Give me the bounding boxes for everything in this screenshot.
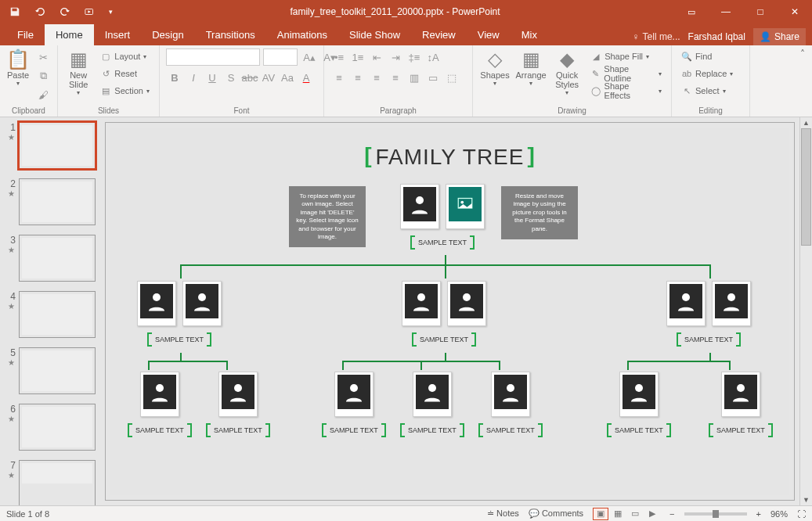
align-text-icon[interactable]: ▭ [424,69,442,86]
strikethrough-icon[interactable]: abc [241,69,258,86]
fit-to-window-icon[interactable]: ⛶ [797,509,806,519]
photo-placeholder[interactable] [218,372,258,417]
sample-text-label[interactable]: SAMPLE TEXT [478,423,543,437]
sample-text-label[interactable]: SAMPLE TEXT [147,332,211,347]
photo-placeholder[interactable] [666,281,706,326]
increase-indent-icon[interactable]: ⇥ [387,49,404,66]
start-from-beginning-icon[interactable] [80,2,100,21]
hint-box-right[interactable]: Resize and move image by using the pictu… [501,186,578,239]
thumbnail-1[interactable] [19,122,96,169]
find-button[interactable]: 🔍Find [678,49,736,64]
tab-view[interactable]: View [467,24,511,45]
font-family-dropdown[interactable] [166,49,260,66]
numbering-icon[interactable]: 1≡ [349,49,366,66]
photo-placeholder[interactable] [334,372,374,417]
bold-icon[interactable]: B [166,69,183,86]
close-icon[interactable]: ✕ [778,0,812,23]
tab-transitions[interactable]: Transitions [195,24,266,45]
thumbnail-7[interactable] [19,460,96,505]
thumbnail-4[interactable] [19,291,96,338]
sample-text-label[interactable]: SAMPLE TEXT [128,423,192,437]
normal-view-icon[interactable]: ▣ [593,508,608,520]
thumbnail-3[interactable] [19,235,96,282]
photo-placeholder[interactable] [721,372,760,417]
photo-placeholder[interactable] [137,281,176,326]
font-size-dropdown[interactable] [263,49,298,66]
maximize-icon[interactable]: □ [743,0,778,23]
tab-home[interactable]: Home [45,24,94,45]
slideshow-view-icon[interactable]: ▶ [644,508,660,520]
underline-icon[interactable]: U [204,69,221,86]
minimize-icon[interactable]: — [709,0,743,23]
hint-box-left[interactable]: To replace with your own image. Select i… [289,186,366,247]
section-button[interactable]: ▤Section ▾ [97,83,153,99]
sample-text-label[interactable]: SAMPLE TEXT [410,235,475,250]
new-slide-button[interactable]: ▦New Slide▾ [64,49,92,96]
arrange-button[interactable]: ▦Arrange▾ [515,49,547,87]
sample-text-label[interactable]: SAMPLE TEXT [206,423,270,437]
ribbon-display-icon[interactable]: ▭ [674,0,709,23]
zoom-in-icon[interactable]: + [756,509,761,519]
shape-outline-button[interactable]: ✎Shape Outline ▾ [587,66,665,81]
photo-placeholder[interactable] [447,281,486,326]
tab-mix[interactable]: Mix [511,24,548,45]
paste-button[interactable]: 📋Paste▾ [6,49,30,87]
tab-design[interactable]: Design [141,24,194,45]
sample-text-label[interactable]: SAMPLE TEXT [607,423,671,437]
sample-text-label[interactable]: SAMPLE TEXT [412,332,476,347]
copy-icon[interactable]: ⧉ [34,67,52,84]
share-button[interactable]: 👤Share [753,28,806,45]
thumbnail-6[interactable] [19,404,96,451]
qat-more-icon[interactable]: ▾ [105,2,116,21]
photo-placeholder[interactable] [182,281,222,326]
scroll-down-icon[interactable]: ▼ [800,494,812,505]
align-right-icon[interactable]: ≡ [368,69,385,86]
tab-insert[interactable]: Insert [94,24,142,45]
sample-text-label[interactable]: SAMPLE TEXT [322,423,386,437]
thumbnail-2[interactable] [19,178,96,225]
sample-text-label[interactable]: SAMPLE TEXT [400,423,464,437]
collapse-ribbon-icon[interactable]: ˄ [793,45,812,117]
tab-file[interactable]: File [6,24,45,45]
photo-placeholder[interactable] [619,372,659,417]
redo-icon[interactable] [55,2,75,21]
photo-placeholder[interactable] [712,281,751,326]
zoom-out-icon[interactable]: − [669,509,674,519]
bullets-icon[interactable]: •≡ [330,49,348,66]
photo-placeholder[interactable] [402,281,441,326]
scroll-up-icon[interactable]: ▲ [800,117,812,128]
photo-placeholder[interactable] [446,184,485,229]
tab-animations[interactable]: Animations [266,24,338,45]
scrollbar-thumb[interactable] [801,128,811,246]
line-spacing-icon[interactable]: ‡≡ [406,49,423,66]
increase-font-icon[interactable]: A▴ [301,49,318,66]
shape-fill-button[interactable]: ◢Shape Fill ▾ [587,49,665,64]
vertical-scrollbar[interactable]: ▲ ▼ [799,117,812,505]
smartart-icon[interactable]: ⬚ [443,69,460,86]
layout-button[interactable]: ▢Layout ▾ [97,49,153,64]
shapes-button[interactable]: ◇Shapes▾ [479,49,511,87]
photo-placeholder[interactable] [140,372,179,417]
reading-view-icon[interactable]: ▭ [627,508,643,520]
sample-text-label[interactable]: SAMPLE TEXT [677,332,741,347]
text-direction-icon[interactable]: ↕A [424,49,442,66]
shadow-icon[interactable]: S [222,69,240,86]
quick-styles-button[interactable]: ◆Quick Styles▾ [551,49,583,96]
cut-icon[interactable]: ✂ [34,49,52,66]
thumbnail-5[interactable] [19,347,96,394]
sorter-view-icon[interactable]: ▦ [610,508,626,520]
italic-icon[interactable]: I [185,69,202,86]
slide-title[interactable]: FAMILY TREE [364,145,536,170]
photo-placeholder[interactable] [413,372,452,417]
replace-button[interactable]: abReplace ▾ [678,66,736,81]
shape-effects-button[interactable]: ◯Shape Effects ▾ [587,83,665,99]
align-left-icon[interactable]: ≡ [330,69,348,86]
tab-slideshow[interactable]: Slide Show [338,24,411,45]
change-case-icon[interactable]: Aa [279,69,296,86]
slide-editor[interactable]: FAMILY TREE To replace with your own ima… [105,122,795,501]
tab-review[interactable]: Review [411,24,467,45]
save-icon[interactable] [5,2,25,21]
decrease-indent-icon[interactable]: ⇤ [368,49,385,66]
font-color-icon[interactable]: A [298,69,315,86]
select-button[interactable]: ↖Select ▾ [678,83,736,99]
